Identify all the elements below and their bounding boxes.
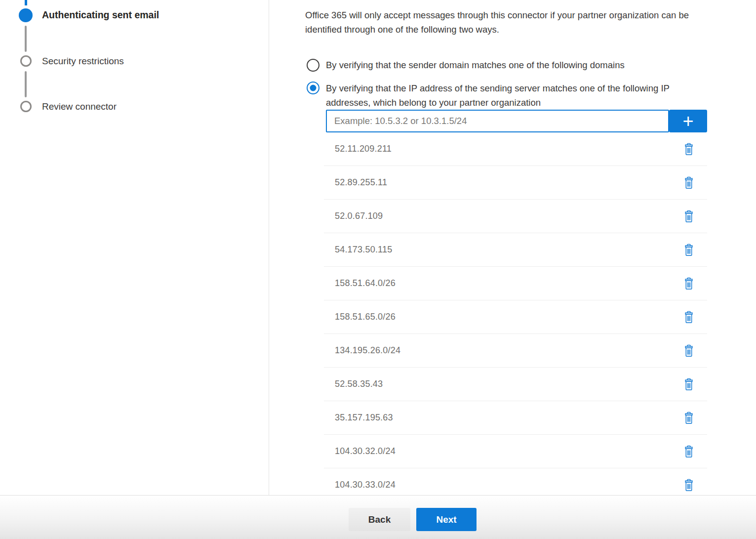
ip-list-row: 158.51.64.0/26 (324, 267, 707, 300)
ip-address: 52.58.35.43 (335, 379, 383, 389)
ip-address: 158.51.65.0/26 (335, 312, 396, 322)
trash-icon (683, 311, 694, 324)
ip-address: 158.51.64.0/26 (335, 278, 396, 289)
ip-address: 104.30.33.0/24 (335, 480, 396, 490)
intro-text: Office 365 will only accept messages thr… (305, 8, 755, 37)
step-current-dot (19, 8, 33, 22)
ip-address: 134.195.26.0/24 (335, 345, 400, 356)
intro-line-1: Office 365 will only accept messages thr… (305, 8, 755, 23)
delete-ip-button[interactable] (681, 410, 696, 426)
ip-list-row: 52.0.67.109 (324, 200, 707, 233)
trash-icon (683, 244, 694, 256)
option-ip-label-line-2: addresses, which belong to your partner … (326, 97, 541, 108)
next-button[interactable]: Next (416, 508, 477, 531)
trash-icon (683, 143, 694, 156)
option-verify-sender-domain-label[interactable]: By verifying that the sender domain matc… (326, 58, 625, 72)
delete-ip-button[interactable] (681, 309, 696, 325)
option-verify-ip-address-label[interactable]: By verifying that the IP address of the … (326, 81, 670, 110)
ip-address: 35.157.195.63 (335, 413, 393, 423)
delete-ip-button[interactable] (681, 477, 696, 493)
ip-address: 52.11.209.211 (335, 144, 392, 154)
back-button[interactable]: Back (349, 508, 410, 531)
trash-icon (683, 479, 694, 492)
stepper-rail-segment (25, 26, 27, 52)
ip-list-row: 54.173.50.115 (324, 233, 707, 267)
step-security-restrictions[interactable]: Security restrictions (42, 56, 124, 67)
step-upcoming-dot (20, 101, 32, 112)
trash-icon (683, 445, 694, 458)
ip-list-row: 134.195.26.0/24 (324, 334, 707, 368)
delete-ip-button[interactable] (681, 208, 696, 224)
step-upcoming-dot (20, 55, 32, 67)
ip-list-row: 35.157.195.63 (324, 401, 707, 435)
add-ip-button[interactable]: + (669, 110, 707, 132)
option-verify-sender-domain[interactable]: By verifying that the sender domain matc… (307, 58, 625, 72)
delete-ip-button[interactable] (681, 276, 696, 291)
plus-icon: + (682, 111, 693, 131)
wizard-footer: Back Next (0, 495, 756, 539)
radio-unselected-icon[interactable] (307, 59, 319, 72)
ip-list-row: 52.89.255.11 (324, 166, 707, 200)
delete-ip-button[interactable] (681, 175, 696, 191)
intro-line-2: identified through one of the following … (305, 23, 755, 37)
delete-ip-button[interactable] (681, 444, 696, 459)
step-review-connector[interactable]: Review connector (42, 101, 117, 112)
ip-list: 52.11.209.211 52.89.255.11 (324, 132, 707, 502)
trash-icon (683, 210, 694, 223)
option-verify-ip-address[interactable]: By verifying that the IP address of the … (307, 81, 670, 110)
delete-ip-button[interactable] (681, 376, 696, 392)
radio-selected-icon[interactable] (307, 82, 319, 94)
ip-list-row: 158.51.65.0/26 (324, 300, 707, 334)
ip-list-row: 52.58.35.43 (324, 368, 707, 401)
delete-ip-button[interactable] (681, 343, 696, 359)
delete-ip-button[interactable] (681, 141, 696, 157)
ip-address: 52.89.255.11 (335, 177, 387, 188)
trash-icon (683, 344, 694, 357)
ip-list-row: 104.30.32.0/24 (324, 435, 707, 468)
option-ip-label-line-1: By verifying that the IP address of the … (326, 83, 670, 93)
ip-address: 52.0.67.109 (335, 211, 383, 221)
trash-icon (683, 412, 694, 424)
trash-icon (683, 176, 694, 189)
wizard-stepper: Authenticating sent email Security restr… (0, 0, 269, 495)
step-authenticating-sent-email[interactable]: Authenticating sent email (42, 9, 159, 21)
trash-icon (683, 277, 694, 290)
ip-address-input[interactable] (326, 110, 669, 132)
stepper-rail-segment (25, 71, 27, 97)
stepper-rail-completed (25, 0, 27, 5)
ip-address: 54.173.50.115 (335, 245, 392, 255)
trash-icon (683, 378, 694, 391)
ip-list-row: 52.11.209.211 (324, 132, 707, 166)
delete-ip-button[interactable] (681, 242, 696, 258)
ip-address: 104.30.32.0/24 (335, 446, 396, 456)
